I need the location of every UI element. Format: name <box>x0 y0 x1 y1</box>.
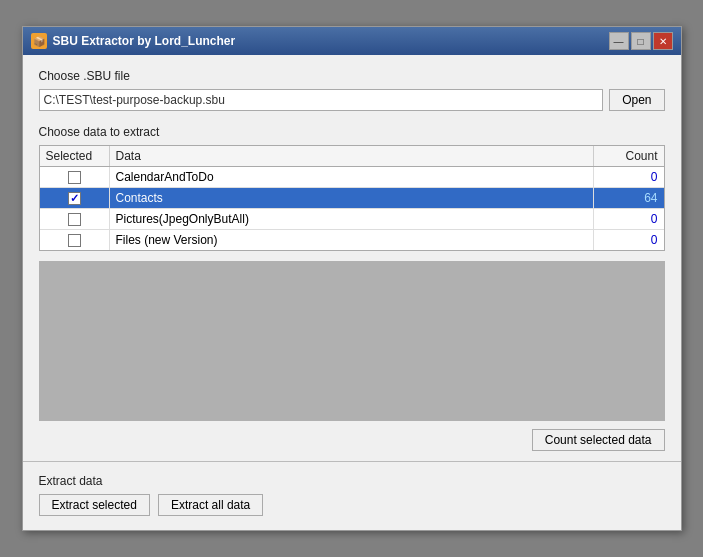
extract-section: Extract data Extract selected Extract al… <box>39 472 665 516</box>
count-2: 0 <box>594 209 664 229</box>
count-btn-row: Count selected data <box>39 429 665 461</box>
close-button[interactable]: ✕ <box>653 32 673 50</box>
checkbox-cell-3[interactable] <box>40 230 110 250</box>
table-header: Selected Data Count <box>40 146 664 167</box>
title-bar-left: 📦 SBU Extractor by Lord_Luncher <box>31 33 236 49</box>
data-label-3: Files (new Version) <box>110 230 594 250</box>
empty-area <box>39 261 665 421</box>
data-label-2: Pictures(JpegOnlyButAll) <box>110 209 594 229</box>
extract-selected-button[interactable]: Extract selected <box>39 494 150 516</box>
title-bar-controls: — □ ✕ <box>609 32 673 50</box>
extract-buttons: Extract selected Extract all data <box>39 494 665 516</box>
file-section-label: Choose .SBU file <box>39 69 665 83</box>
window-title: SBU Extractor by Lord_Luncher <box>53 34 236 48</box>
content-area: Choose .SBU file Open Choose data to ext… <box>23 55 681 530</box>
extract-all-button[interactable]: Extract all data <box>158 494 263 516</box>
checkbox-3[interactable] <box>68 234 81 247</box>
checkbox-1[interactable] <box>68 192 81 205</box>
checkbox-2[interactable] <box>68 213 81 226</box>
file-row: Open <box>39 89 665 111</box>
table-row: CalendarAndToDo 0 <box>40 167 664 188</box>
minimize-button[interactable]: — <box>609 32 629 50</box>
data-section-label: Choose data to extract <box>39 125 665 139</box>
col-data: Data <box>110 146 594 166</box>
col-selected: Selected <box>40 146 110 166</box>
title-bar: 📦 SBU Extractor by Lord_Luncher — □ ✕ <box>23 27 681 55</box>
checkbox-cell-2[interactable] <box>40 209 110 229</box>
col-count: Count <box>594 146 664 166</box>
maximize-button[interactable]: □ <box>631 32 651 50</box>
count-3: 0 <box>594 230 664 250</box>
file-path-input[interactable] <box>39 89 604 111</box>
main-window: 📦 SBU Extractor by Lord_Luncher — □ ✕ Ch… <box>22 26 682 531</box>
count-0: 0 <box>594 167 664 187</box>
open-button[interactable]: Open <box>609 89 664 111</box>
app-icon: 📦 <box>31 33 47 49</box>
table-row: Files (new Version) 0 <box>40 230 664 250</box>
count-1: 64 <box>594 188 664 208</box>
data-label-1: Contacts <box>110 188 594 208</box>
checkbox-cell-0[interactable] <box>40 167 110 187</box>
extract-label: Extract data <box>39 474 665 488</box>
checkbox-0[interactable] <box>68 171 81 184</box>
count-selected-button[interactable]: Count selected data <box>532 429 665 451</box>
table-row: Contacts 64 <box>40 188 664 209</box>
data-table: Selected Data Count CalendarAndToDo 0 Co… <box>39 145 665 251</box>
divider <box>23 461 681 462</box>
table-row: Pictures(JpegOnlyButAll) 0 <box>40 209 664 230</box>
data-label-0: CalendarAndToDo <box>110 167 594 187</box>
checkbox-cell-1[interactable] <box>40 188 110 208</box>
